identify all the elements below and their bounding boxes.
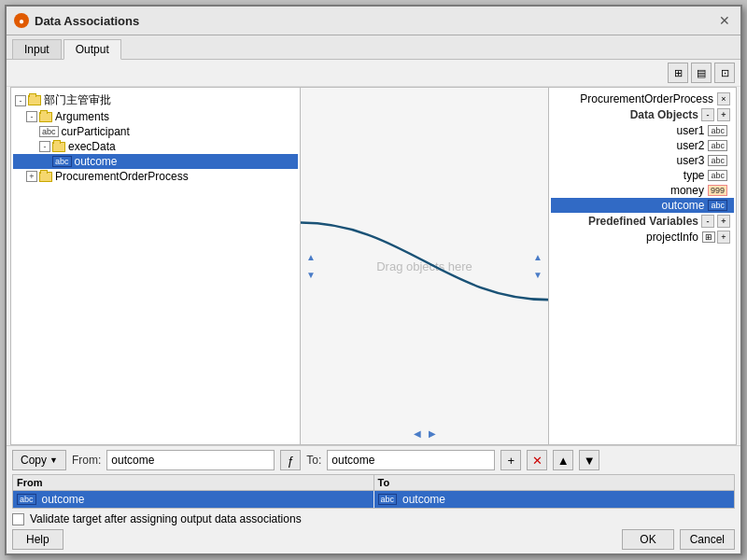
- from-value: outcome: [42, 493, 85, 506]
- project-info-expand[interactable]: +: [717, 231, 730, 244]
- from-label: From:: [72, 454, 101, 467]
- left-procurement[interactable]: + ProcurementOrderProcess: [13, 169, 298, 184]
- validate-checkbox[interactable]: [12, 513, 24, 525]
- copy-button[interactable]: Copy ▼: [12, 450, 66, 470]
- table-row[interactable]: abc outcome abc outcome: [13, 491, 734, 508]
- arguments-label: Arguments: [55, 110, 109, 123]
- scroll-up-arrow[interactable]: ▲: [306, 252, 316, 262]
- from-column-header: From: [13, 475, 374, 490]
- expand-icon[interactable]: +: [26, 171, 37, 182]
- exec-data-label: execData: [68, 140, 116, 153]
- left-root-label: 部门主管审批: [44, 92, 111, 108]
- dialog: ● Data Associations ✕ Input Output ⊞ ▤ ⊡…: [5, 5, 742, 555]
- expand-icon[interactable]: -: [39, 141, 50, 152]
- scroll-right-down-arrow[interactable]: ▼: [533, 270, 543, 280]
- scroll-right-arrow[interactable]: ▶: [429, 428, 436, 439]
- user1-label: user1: [676, 124, 704, 137]
- toolbar-btn-3[interactable]: ⊡: [714, 63, 735, 83]
- left-outcome[interactable]: abc outcome: [13, 154, 298, 169]
- abc-badge: abc: [708, 125, 727, 136]
- folder-icon: [52, 142, 65, 152]
- bottom-section: Copy ▼ From: ƒ To: + ✕ ▲ ▼ From To: [7, 445, 740, 553]
- center-panel[interactable]: Drag objects here ◀ ▶ ▲ ▼ ▲ ▼: [301, 88, 549, 444]
- footer-row: Help OK Cancel: [12, 529, 735, 550]
- scroll-right-up-arrow[interactable]: ▲: [533, 252, 543, 262]
- delete-icon-btn[interactable]: ✕: [527, 450, 547, 470]
- right-root[interactable]: ProcurementOrderProcess ×: [551, 91, 734, 106]
- right-project-info[interactable]: projectInfo ⊞ +: [551, 230, 734, 245]
- folder-icon: [39, 112, 52, 122]
- help-button[interactable]: Help: [12, 529, 63, 550]
- right-root-collapse[interactable]: ×: [717, 92, 730, 105]
- dropdown-arrow-icon: ▼: [49, 455, 58, 465]
- panels: - 部门主管审批 - Arguments abc curParticipant: [10, 87, 737, 445]
- scroll-down-arrow[interactable]: ▼: [306, 270, 316, 280]
- ok-cancel-group: OK Cancel: [622, 529, 735, 550]
- outcome-label: outcome: [75, 155, 118, 168]
- copy-label: Copy: [21, 454, 47, 467]
- copy-row: Copy ▼ From: ƒ To: + ✕ ▲ ▼: [12, 450, 735, 470]
- right-user3[interactable]: user3 abc: [551, 153, 734, 168]
- project-info-label: projectInfo: [646, 231, 698, 244]
- predefined-expand-btn[interactable]: +: [717, 215, 730, 228]
- type-label: type: [684, 169, 705, 182]
- expand-icon[interactable]: -: [26, 111, 37, 122]
- to-badge: abc: [378, 494, 398, 505]
- left-arguments[interactable]: - Arguments: [13, 109, 298, 124]
- function-icon-btn[interactable]: ƒ: [280, 450, 301, 470]
- left-root[interactable]: - 部门主管审批: [13, 91, 298, 109]
- money-label: money: [670, 184, 704, 197]
- data-objects-expand-btn[interactable]: +: [717, 108, 730, 121]
- validate-row: Validate target after assigning output d…: [12, 512, 735, 525]
- right-money[interactable]: money 999: [551, 183, 734, 198]
- right-panel: ProcurementOrderProcess × Data Objects -…: [549, 88, 736, 444]
- right-user1[interactable]: user1 abc: [551, 123, 734, 138]
- toolbar-btn-2[interactable]: ▤: [691, 63, 712, 83]
- close-button[interactable]: ✕: [716, 12, 733, 29]
- from-badge: abc: [17, 494, 36, 505]
- drag-hint: Drag objects here: [376, 259, 472, 273]
- abc-badge: abc: [52, 156, 72, 167]
- mapping-table: From To abc outcome abc outcome: [12, 474, 735, 509]
- to-value: outcome: [402, 493, 445, 506]
- abc-badge: abc: [39, 126, 59, 137]
- tab-input[interactable]: Input: [12, 39, 62, 59]
- ok-button[interactable]: OK: [622, 529, 673, 550]
- scroll-left-arrow[interactable]: ◀: [414, 428, 421, 439]
- tab-bar: Input Output: [7, 35, 740, 60]
- validate-label: Validate target after assigning output d…: [30, 512, 302, 525]
- from-cell: abc outcome: [13, 491, 374, 508]
- up-icon-btn[interactable]: ▲: [553, 450, 573, 470]
- down-icon-btn[interactable]: ▼: [579, 450, 599, 470]
- right-user2[interactable]: user2 abc: [551, 138, 734, 153]
- folder-icon: [39, 172, 52, 182]
- to-input[interactable]: [327, 450, 495, 470]
- toolbar-btn-1[interactable]: ⊞: [668, 63, 688, 83]
- to-column-header: To: [374, 475, 735, 490]
- add-icon-btn[interactable]: +: [500, 450, 521, 470]
- left-panel: - 部门主管审批 - Arguments abc curParticipant: [11, 88, 301, 444]
- abc-badge: abc: [708, 140, 727, 151]
- right-root-label: ProcurementOrderProcess: [580, 92, 713, 105]
- procurement-label: ProcurementOrderProcess: [55, 170, 189, 183]
- main-area: ⊞ ▤ ⊡ - 部门主管审批 - Arguments: [7, 60, 740, 553]
- abc-badge-selected: abc: [708, 200, 727, 211]
- right-outcome-label: outcome: [661, 199, 704, 212]
- abc-badge: abc: [708, 170, 727, 181]
- table-header: From To: [13, 475, 734, 491]
- tab-output[interactable]: Output: [63, 39, 121, 60]
- right-type[interactable]: type abc: [551, 168, 734, 183]
- left-exec-data[interactable]: - execData: [13, 139, 298, 154]
- title-bar: ● Data Associations ✕: [7, 7, 740, 35]
- data-objects-label: Data Objects: [630, 108, 698, 121]
- toolbar: ⊞ ▤ ⊡: [7, 60, 740, 87]
- cancel-button[interactable]: Cancel: [680, 529, 735, 550]
- left-cur-participant[interactable]: abc curParticipant: [13, 124, 298, 139]
- data-objects-collapse-btn[interactable]: -: [701, 108, 714, 121]
- to-cell: abc outcome: [374, 491, 735, 508]
- expand-icon[interactable]: -: [15, 95, 26, 106]
- predefined-collapse-btn[interactable]: -: [701, 215, 714, 228]
- to-label: To:: [306, 454, 321, 467]
- right-outcome[interactable]: outcome abc: [551, 198, 734, 213]
- from-input[interactable]: [106, 450, 275, 470]
